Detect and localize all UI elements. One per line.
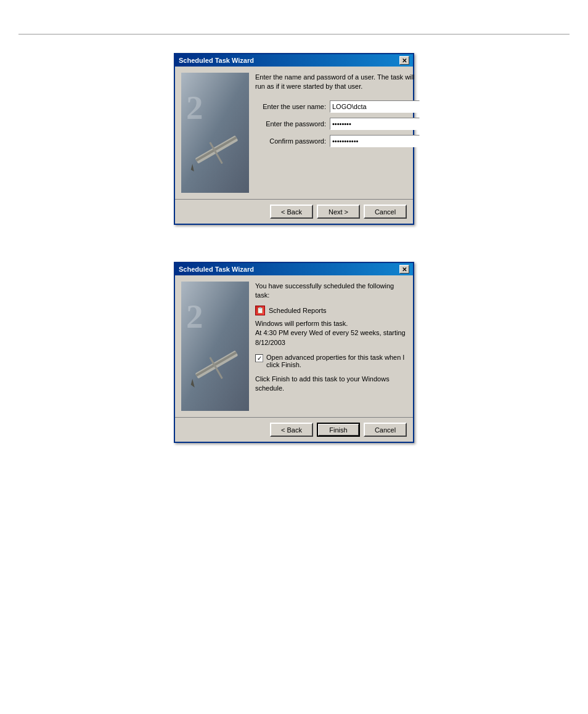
back-button-1[interactable]: < Back bbox=[270, 205, 313, 219]
password-row: Enter the password: bbox=[255, 118, 420, 130]
dialog-1-title: Scheduled Task Wizard bbox=[179, 57, 254, 64]
back-button-2[interactable]: < Back bbox=[270, 423, 313, 437]
svg-text:2: 2 bbox=[186, 89, 203, 126]
dialog-1-titlebar: Scheduled Task Wizard ✕ bbox=[175, 54, 413, 67]
svg-text:2: 2 bbox=[186, 298, 203, 335]
dialog-1-footer: < Back Next > Cancel bbox=[175, 199, 413, 224]
wizard-image-inner: 2 bbox=[181, 73, 249, 193]
password-label: Enter the password: bbox=[255, 120, 326, 128]
windows-perform-text: Windows will perform this task. bbox=[255, 319, 407, 328]
dialog-2-footer: < Back Finish Cancel bbox=[175, 417, 413, 442]
wizard-image-1: 2 2 bbox=[181, 73, 249, 193]
wizard-image-2: 2 bbox=[181, 282, 249, 411]
dialog-1-intro: Enter the name and password of a user. T… bbox=[255, 73, 420, 92]
schedule-detail: At 4:30 PM every Wed of every 52 weeks, … bbox=[255, 328, 407, 347]
confirm-input[interactable] bbox=[330, 135, 420, 147]
cancel-button-1[interactable]: Cancel bbox=[364, 205, 407, 219]
checkbox-row: ✓ Open advanced properties for this task… bbox=[255, 354, 407, 368]
next-button-1[interactable]: Next > bbox=[317, 205, 360, 219]
username-row: Enter the user name: bbox=[255, 100, 420, 113]
dialog-1-content: Enter the name and password of a user. T… bbox=[255, 73, 420, 193]
windows-perform: Windows will perform this task. At 4:30 … bbox=[255, 319, 407, 347]
password-input[interactable] bbox=[330, 118, 420, 130]
dialog-1: Scheduled Task Wizard ✕ 2 bbox=[174, 53, 414, 225]
task-name: Scheduled Reports bbox=[269, 307, 327, 314]
username-label: Enter the user name: bbox=[255, 103, 326, 110]
username-input[interactable] bbox=[330, 100, 420, 113]
advanced-props-checkbox[interactable]: ✓ bbox=[255, 354, 263, 362]
confirm-row: Confirm password: bbox=[255, 135, 420, 147]
dialog-2: Scheduled Task Wizard ✕ 2 bbox=[174, 262, 414, 443]
dialog-2-close-button[interactable]: ✕ bbox=[399, 265, 409, 274]
checkbox-label: Open advanced properties for this task w… bbox=[266, 354, 407, 368]
dialog-1-close-button[interactable]: ✕ bbox=[399, 56, 409, 65]
dialog-2-title: Scheduled Task Wizard bbox=[179, 266, 254, 273]
dialog-2-body: 2 You have successfully scheduled the fo… bbox=[175, 275, 413, 417]
dialog-2-titlebar: Scheduled Task Wizard ✕ bbox=[175, 263, 413, 275]
cancel-button-2[interactable]: Cancel bbox=[364, 423, 407, 437]
page-content: Scheduled Task Wizard ✕ 2 bbox=[0, 34, 588, 443]
wizard-pen-svg-2: 2 bbox=[181, 282, 249, 411]
dialog-2-content: You have successfully scheduled the foll… bbox=[255, 282, 407, 411]
success-line1: You have successfully scheduled the foll… bbox=[255, 282, 407, 301]
dialog-1-body: 2 2 bbox=[175, 67, 413, 199]
wizard-pen-svg: 2 bbox=[181, 73, 249, 193]
confirm-label: Confirm password: bbox=[255, 137, 326, 145]
finish-button[interactable]: Finish bbox=[317, 423, 360, 437]
task-icon bbox=[255, 306, 265, 315]
task-row: Scheduled Reports bbox=[255, 306, 407, 315]
finish-note: Click Finish to add this task to your Wi… bbox=[255, 375, 407, 394]
